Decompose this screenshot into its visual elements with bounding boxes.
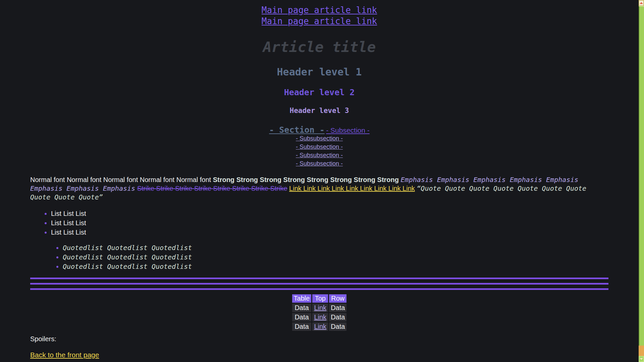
toc-subsubsection-link-1[interactable]: - Subsubsection -	[296, 134, 343, 143]
top-navigation: Main page article link Main page article…	[30, 5, 608, 27]
table-cell: Link	[312, 322, 328, 331]
table-of-contents: - Section - - Subsection - - Subsubsecti…	[30, 115, 608, 168]
page-content: Main page article link Main page article…	[0, 0, 639, 359]
table-cell: Data	[329, 322, 346, 331]
toc-subsubsection-link-3[interactable]: - Subsubsection -	[296, 151, 343, 160]
table-cell: Data	[292, 313, 312, 321]
table-cell-link[interactable]: Link	[314, 304, 326, 311]
table-cell-link[interactable]: Link	[314, 323, 326, 330]
divider	[30, 288, 608, 290]
quoted-list-item: Quotedlist Quotedlist Quotedlist	[63, 252, 608, 262]
toc-subsection-link[interactable]: - Subsection -	[326, 126, 370, 134]
article-title: Article title	[30, 40, 608, 54]
quoted-list-block: Quotedlist Quotedlist Quotedlist Quotedl…	[42, 243, 608, 271]
table-cell: Link	[312, 304, 328, 312]
normal-font-text: Normal font Normal font Normal font Norm…	[30, 176, 211, 183]
down-arrow-icon	[640, 358, 643, 360]
header-level-1: Header level 1	[30, 67, 608, 77]
quoted-list-item: Quotedlist Quotedlist Quotedlist	[63, 262, 608, 271]
list-item: List List List	[51, 218, 608, 228]
table-cell-link[interactable]: Link	[314, 313, 326, 321]
table-header-cell: Row	[329, 294, 346, 303]
table-row: Data Link Data	[292, 304, 347, 312]
bullet-list: List List List List List List List List …	[30, 209, 608, 237]
toc-subsubsection-link-2[interactable]: - Subsubsection -	[296, 143, 343, 151]
demo-table: Table Top Row Data Link Data Data Link D…	[291, 293, 348, 332]
main-page-article-link-2[interactable]: Main page article link	[30, 16, 608, 27]
main-page-article-link-1[interactable]: Main page article link	[30, 5, 608, 16]
table-header-cell: Table	[292, 294, 312, 303]
strong-text: Strong Strong Strong Strong Strong Stron…	[213, 176, 399, 183]
toc-subsubsection-link-4[interactable]: - Subsubsection -	[296, 160, 343, 168]
quoted-list-item: Quotedlist Quotedlist Quotedlist	[63, 243, 608, 252]
up-arrow-icon	[640, 2, 643, 4]
divider	[30, 283, 608, 285]
table-cell: Data	[292, 322, 312, 331]
sample-text-paragraph: Normal font Normal font Normal font Norm…	[30, 175, 608, 201]
header-level-3: Header level 3	[30, 107, 608, 115]
divider	[30, 278, 608, 279]
scrollbar-thumb[interactable]	[639, 6, 644, 346]
scrollbar	[639, 0, 644, 362]
scrollbar-down-button[interactable]	[639, 356, 644, 362]
table-header-cell: Top	[312, 294, 328, 303]
table-row: Data Link Data	[292, 322, 347, 331]
spoilers-label: Spoilers:	[30, 335, 608, 343]
table-cell: Data	[329, 304, 346, 312]
list-item: List List List	[51, 228, 608, 237]
quoted-bullet-list: Quotedlist Quotedlist Quotedlist Quotedl…	[42, 243, 608, 271]
strike-text: Strike Strike Strike Strike Strike Strik…	[137, 185, 287, 192]
scrollbar-track[interactable]	[639, 346, 644, 356]
table-cell: Data	[292, 304, 312, 312]
table-row: Data Link Data	[292, 313, 347, 321]
table-cell: Data	[329, 313, 346, 321]
inline-links-run[interactable]: Link Link Link Link Link Link Link Link …	[289, 185, 415, 192]
scrollbar-up-button[interactable]	[639, 0, 644, 6]
list-item: List List List	[51, 209, 608, 218]
header-level-2: Header level 2	[30, 88, 608, 97]
toc-section-link[interactable]: - Section -	[269, 125, 325, 134]
back-to-front-page-link[interactable]: Back to the front page	[30, 351, 99, 359]
table-cell: Link	[312, 313, 328, 321]
table-header-row: Table Top Row	[292, 294, 347, 303]
